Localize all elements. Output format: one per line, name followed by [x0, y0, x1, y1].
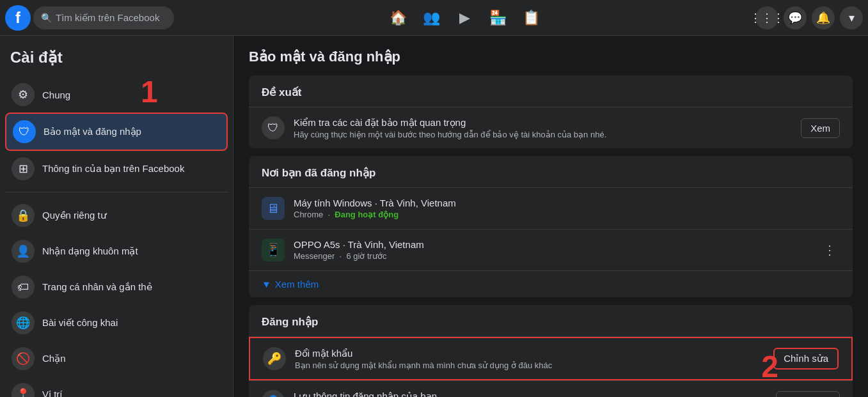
luu-thong-tin-title: Lưu thông tin đăng nhập của bạn — [294, 391, 767, 398]
sidebar-item-label-vi-tri: Vị trí — [42, 389, 63, 397]
notifications-btn[interactable]: 🔔 — [812, 6, 835, 29]
sidebar-item-nhan-dang[interactable]: 👤 Nhận dạng khuôn mặt — [5, 233, 228, 269]
nav-home-btn[interactable]: 🏠 — [383, 3, 414, 33]
doi-mat-khau-subtitle: Bạn nên sử dụng mật khẩu mạnh mà mình ch… — [295, 361, 764, 370]
sidebar-item-quyen-rieng-tu[interactable]: 🔒 Quyền riêng tư — [5, 198, 228, 233]
doi-mat-khau-row: 🔑 Đổi mật khẩu Bạn nên sử dụng mật khẩu … — [249, 337, 853, 380]
de-xuat-section: Đề xuất 🛡 Kiểm tra các cài đặt bảo mật q… — [249, 75, 853, 148]
chinh-sua-doi-mat-khau-button[interactable]: Chỉnh sửa — [773, 348, 839, 370]
sidebar-item-label-bao-mat: Bảo mật và đăng nhập — [43, 126, 141, 137]
sidebar-item-label-trang: Trang cá nhân và gắn thẻ — [42, 281, 152, 293]
facebook-logo: f — [5, 5, 31, 31]
sidebar-item-label-chan: Chặn — [42, 353, 66, 364]
search-placeholder: Tìm kiếm trên Facebook — [56, 12, 159, 24]
sidebar-item-label-thong-tin: Thông tin của bạn trên Facebook — [42, 163, 184, 175]
suggestion-row: 🛡 Kiểm tra các cài đặt bảo mật quan trọn… — [249, 107, 853, 148]
xem-button[interactable]: Xem — [801, 118, 840, 138]
nav-center: 🏠 👥 ▶ 🏪 📋 — [177, 3, 753, 33]
dang-nhap-section: Đăng nhập 🔑 Đổi mật khẩu Bạn nên sử dụng… — [249, 305, 853, 397]
login-row-oppo: 📱 OPPO A5s · Trà Vinh, Vietnam Messenger… — [249, 230, 853, 270]
sidebar-item-label-bai-viet: Bài viết công khai — [42, 317, 118, 329]
main-layout: Cài đặt 1 ⚙ Chung 🛡 Bảo mật và đăng nhập… — [0, 36, 868, 397]
sidebar-item-bai-viet[interactable]: 🌐 Bài viết công khai — [5, 305, 228, 341]
trang-ca-nhan-icon: 🏷 — [12, 276, 35, 299]
sidebar-item-chung[interactable]: ⚙ Chung — [5, 77, 228, 113]
active-status: Đang hoạt động — [335, 210, 398, 219]
vi-tri-icon: 📍 — [12, 383, 35, 397]
windows-device-icon: 🖥 — [262, 197, 285, 220]
sidebar-item-label-quyen: Quyền riêng tư — [42, 210, 107, 221]
suggestion-text: Kiểm tra các cài đặt bảo mật quan trọng … — [294, 117, 792, 139]
nav-marketplace-btn[interactable]: 🏪 — [483, 3, 514, 33]
apps-btn[interactable]: ⋮⋮⋮ — [755, 6, 778, 29]
chung-icon: ⚙ — [12, 83, 35, 106]
doi-mat-khau-title: Đổi mật khẩu — [295, 348, 764, 359]
nav-video-btn[interactable]: ▶ — [450, 3, 480, 33]
thong-tin-icon: ⊞ — [12, 157, 35, 180]
account-btn[interactable]: ▾ — [840, 6, 863, 29]
nav-page-btn[interactable]: 📋 — [516, 3, 547, 33]
topnav: f 🔍 Tìm kiếm trên Facebook 🏠 👥 ▶ 🏪 📋 ⋮⋮⋮… — [0, 0, 868, 36]
sidebar-item-thong-tin[interactable]: ⊞ Thông tin của bạn trên Facebook — [5, 151, 228, 187]
luu-thong-tin-row: 👤 Lưu thông tin đăng nhập của bạn Bật · … — [249, 381, 853, 397]
luu-thong-tin-icon: 👤 — [262, 390, 285, 397]
search-bar[interactable]: 🔍 Tìm kiếm trên Facebook — [33, 6, 174, 29]
sidebar-divider-1 — [5, 192, 228, 192]
noi-dang-nhap-section: Nơi bạn đã đăng nhập 🖥 Máy tính Windows … — [249, 156, 853, 297]
sidebar-item-bao-mat[interactable]: 🛡 Bảo mật và đăng nhập — [5, 113, 228, 151]
windows-device-subtitle: Chrome · Đang hoạt động — [294, 210, 840, 219]
search-icon: 🔍 — [41, 13, 52, 23]
sidebar-item-label-nhan-dang: Nhận dạng khuôn mặt — [42, 245, 138, 257]
xem-them-label: Xem thêm — [275, 279, 319, 290]
bao-mat-icon: 🛡 — [13, 120, 36, 143]
xem-them-row[interactable]: ▼ Xem thêm — [249, 271, 853, 297]
sidebar-item-trang-ca-nhan[interactable]: 🏷 Trang cá nhân và gắn thẻ — [5, 269, 228, 305]
content-area: Bảo mật và đăng nhập Đề xuất 🛡 Kiểm tra … — [233, 36, 868, 397]
sidebar: Cài đặt 1 ⚙ Chung 🛡 Bảo mật và đăng nhập… — [0, 36, 233, 397]
oppo-device-title: OPPO A5s · Trà Vinh, Vietnam — [294, 239, 810, 250]
suggestion-icon: 🛡 — [262, 116, 285, 139]
login-row-windows: 🖥 Máy tính Windows · Trà Vinh, Vietnam C… — [249, 188, 853, 229]
chinh-sua-luu-thong-tin-button[interactable]: Chỉnh sửa — [776, 391, 840, 397]
sidebar-title: Cài đặt — [5, 43, 228, 77]
windows-device-text: Máy tính Windows · Trà Vinh, Vietnam Chr… — [294, 198, 840, 219]
suggestion-title: Kiểm tra các cài đặt bảo mật quan trọng — [294, 117, 792, 128]
sidebar-item-label-chung: Chung — [42, 90, 70, 100]
chan-icon: 🚫 — [12, 347, 35, 370]
oppo-device-text: OPPO A5s · Trà Vinh, Vietnam Messenger ·… — [294, 239, 810, 261]
dang-nhap-header: Đăng nhập — [249, 305, 853, 336]
noi-dang-nhap-header: Nơi bạn đã đăng nhập — [249, 156, 853, 187]
windows-device-title: Máy tính Windows · Trà Vinh, Vietnam — [294, 198, 840, 208]
oppo-more-btn[interactable]: ⋮ — [819, 240, 840, 260]
doi-mat-khau-icon: 🔑 — [263, 347, 286, 370]
android-device-icon: 📱 — [262, 238, 285, 261]
page-title: Bảo mật và đăng nhập — [249, 49, 853, 65]
sidebar-item-vi-tri[interactable]: 📍 Vị trí — [5, 377, 228, 397]
nhan-dang-icon: 👤 — [12, 240, 35, 263]
messenger-btn[interactable]: 💬 — [784, 6, 807, 29]
oppo-device-subtitle: Messenger · 6 giờ trước — [294, 251, 810, 261]
nav-friends-btn[interactable]: 👥 — [416, 3, 447, 33]
bai-viet-icon: 🌐 — [12, 311, 35, 334]
quyen-rieng-tu-icon: 🔒 — [12, 204, 35, 227]
sidebar-item-chan[interactable]: 🚫 Chặn — [5, 341, 228, 377]
suggestion-subtitle: Hãy cùng thực hiện một vài bước theo hướ… — [294, 130, 792, 139]
nav-right: ⋮⋮⋮ 💬 🔔 ▾ — [755, 6, 863, 29]
arrow-down-icon: ▼ — [262, 279, 271, 290]
luu-thong-tin-text: Lưu thông tin đăng nhập của bạn Bật · Th… — [294, 391, 767, 398]
de-xuat-header: Đề xuất — [249, 75, 853, 107]
doi-mat-khau-text: Đổi mật khẩu Bạn nên sử dụng mật khẩu mạ… — [295, 348, 764, 370]
